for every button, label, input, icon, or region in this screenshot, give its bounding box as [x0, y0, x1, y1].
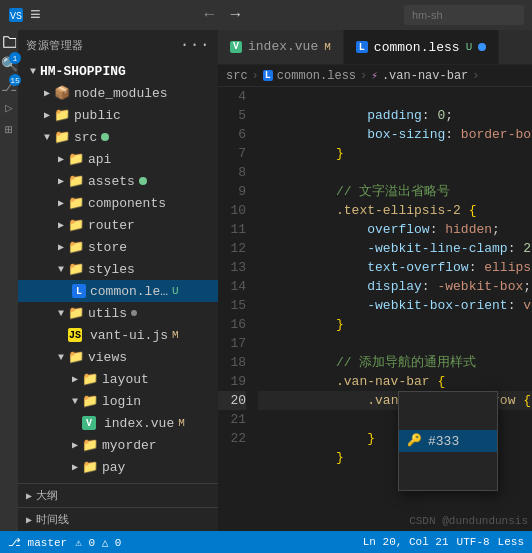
breadcrumb-selector: .van-nav-bar: [382, 69, 468, 83]
pay-arrow: ▶: [68, 460, 82, 474]
tab-common-less-icon: L: [356, 41, 368, 53]
node-modules-arrow: ▶: [40, 86, 54, 100]
views-arrow: ▼: [54, 350, 68, 364]
login-arrow: ▼: [68, 394, 82, 408]
status-errors[interactable]: ⚠ 0 △ 0: [75, 536, 121, 549]
login-icon: 📁: [82, 393, 98, 409]
sidebar: 资源管理器 ··· ▼ HM-SHOPPING ▶ 📦 node_modules…: [18, 30, 218, 531]
src-badge: [101, 133, 109, 141]
node-modules-icon: 📦: [54, 85, 70, 101]
tab-common-less[interactable]: L common.less U: [344, 30, 499, 64]
views-label: views: [88, 350, 127, 365]
api-label: api: [88, 152, 111, 167]
proddetail-arrow: ▶: [68, 482, 82, 483]
code-line-20: color: #333; 🔑 #333: [258, 391, 532, 410]
editor-area: V index.vue M L common.less U src › L co…: [218, 30, 532, 531]
code-line-4: padding: 0;: [258, 87, 532, 106]
tree-views[interactable]: ▼ 📁 views: [18, 346, 218, 368]
status-encoding: UTF-8: [457, 536, 490, 548]
breadcrumb-less-icon: L: [263, 70, 273, 81]
tree-myorder[interactable]: ▶ 📁 myorder: [18, 434, 218, 456]
tree-common-less[interactable]: L common.le… U: [18, 280, 218, 302]
watermark: CSDN @dundundunsis: [409, 515, 528, 527]
status-right: Ln 20, Col 21 UTF-8 Less: [363, 536, 524, 548]
tree-root[interactable]: ▼ HM-SHOPPING: [18, 60, 218, 82]
extensions-icon[interactable]: ⊞: [1, 122, 17, 138]
ac-color-icon: 🔑: [407, 432, 422, 451]
tab-common-less-modifier: U: [466, 41, 473, 53]
node-modules-label: node_modules: [74, 86, 168, 101]
tree-store[interactable]: ▶ 📁 store: [18, 236, 218, 258]
search-icon[interactable]: 🔍 1: [1, 56, 17, 72]
layout-icon: 📁: [82, 371, 98, 387]
tree-login[interactable]: ▼ 📁 login: [18, 390, 218, 412]
api-arrow: ▶: [54, 152, 68, 166]
main-layout: 🔍 1 ⎇ 15 ▷ ⊞ 资源管理器 ··· ▼ HM-SHOPPING: [0, 30, 532, 531]
index-vue-label: index.vue: [104, 416, 174, 431]
timeline-section[interactable]: ▶ 时间线: [18, 507, 218, 531]
tree-api[interactable]: ▶ 📁 api: [18, 148, 218, 170]
assets-badge: [139, 177, 147, 185]
layout-label: layout: [102, 372, 149, 387]
src-arrow: ▼: [40, 130, 54, 144]
tree-components[interactable]: ▶ 📁 components: [18, 192, 218, 214]
assets-icon: 📁: [68, 173, 84, 189]
public-arrow: ▶: [40, 108, 54, 122]
components-label: components: [88, 196, 166, 211]
file-tree: ▼ HM-SHOPPING ▶ 📦 node_modules ▶ 📁 publi…: [18, 60, 218, 483]
tree-node-modules[interactable]: ▶ 📦 node_modules: [18, 82, 218, 104]
login-label: login: [102, 394, 141, 409]
breadcrumb-selector-icon: ⚡: [371, 69, 378, 82]
autocomplete-item-333[interactable]: 🔑 #333: [399, 430, 497, 452]
breadcrumb-sep1: ›: [252, 69, 259, 83]
tree-vant-ui[interactable]: JS vant-ui.js M: [18, 324, 218, 346]
nav-back-button[interactable]: ←: [198, 4, 220, 26]
breadcrumb-sep3: ›: [472, 69, 479, 83]
breadcrumb-styles: common.less: [277, 69, 356, 83]
tree-utils[interactable]: ▼ 📁 utils: [18, 302, 218, 324]
tree-layout[interactable]: ▶ 📁 layout: [18, 368, 218, 390]
common-less-icon: L: [72, 284, 86, 298]
tab-index-vue[interactable]: V index.vue M: [218, 30, 344, 64]
tree-public[interactable]: ▶ 📁 public: [18, 104, 218, 126]
code-line-12: text-overflow: ellipsis;: [258, 239, 532, 258]
tree-proddetail[interactable]: ▶ 📁 proddetail: [18, 478, 218, 483]
sidebar-more-button[interactable]: ···: [180, 36, 210, 54]
utils-icon: 📁: [68, 305, 84, 321]
outline-section[interactable]: ▶ 大纲: [18, 483, 218, 507]
menu-icon[interactable]: ≡: [30, 5, 41, 25]
tree-index-vue[interactable]: V index.vue M: [18, 412, 218, 434]
tree-router[interactable]: ▶ 📁 router: [18, 214, 218, 236]
proddetail-icon: 📁: [82, 481, 98, 483]
source-control-icon[interactable]: ⎇ 15: [1, 78, 17, 94]
myorder-icon: 📁: [82, 437, 98, 453]
code-line-14: -webkit-box-orient: vertical;: [258, 277, 532, 296]
tab-index-vue-icon: V: [230, 41, 242, 53]
code-content[interactable]: padding: 0; box-sizing: border-box; } //…: [254, 87, 532, 531]
status-branch[interactable]: ⎇ master: [8, 536, 67, 549]
line-numbers: 4 5 6 7 8 9 10 11 12 13 14 15 16 17 18 1…: [218, 87, 254, 531]
tree-assets[interactable]: ▶ 📁 assets: [18, 170, 218, 192]
assets-label: assets: [88, 174, 135, 189]
tree-src[interactable]: ▼ 📁 src: [18, 126, 218, 148]
myorder-arrow: ▶: [68, 438, 82, 452]
breadcrumb-src: src: [226, 69, 248, 83]
nav-forward-button[interactable]: →: [224, 4, 246, 26]
code-line-19: .van-nav-bar__arrow {: [258, 372, 532, 391]
debug-icon[interactable]: ▷: [1, 100, 17, 116]
tree-pay[interactable]: ▶ 📁 pay: [18, 456, 218, 478]
src-icon: 📁: [54, 129, 70, 145]
code-line-17: // 添加导航的通用样式: [258, 334, 532, 353]
index-vue-icon: V: [82, 416, 96, 430]
explorer-icon[interactable]: [1, 34, 17, 50]
common-less-label: common.le…: [90, 284, 168, 299]
svg-text:VS: VS: [10, 11, 22, 22]
router-arrow: ▶: [54, 218, 68, 232]
outline-label: 大纲: [36, 488, 58, 503]
code-editor[interactable]: 4 5 6 7 8 9 10 11 12 13 14 15 16 17 18 1…: [218, 87, 532, 531]
tree-styles[interactable]: ▼ 📁 styles: [18, 258, 218, 280]
autocomplete-popup[interactable]: 🔑 #333: [398, 391, 498, 491]
code-line-9: .text-ellipsis-2 {: [258, 182, 532, 201]
index-vue-badge: M: [178, 417, 185, 429]
search-input[interactable]: [404, 5, 524, 25]
